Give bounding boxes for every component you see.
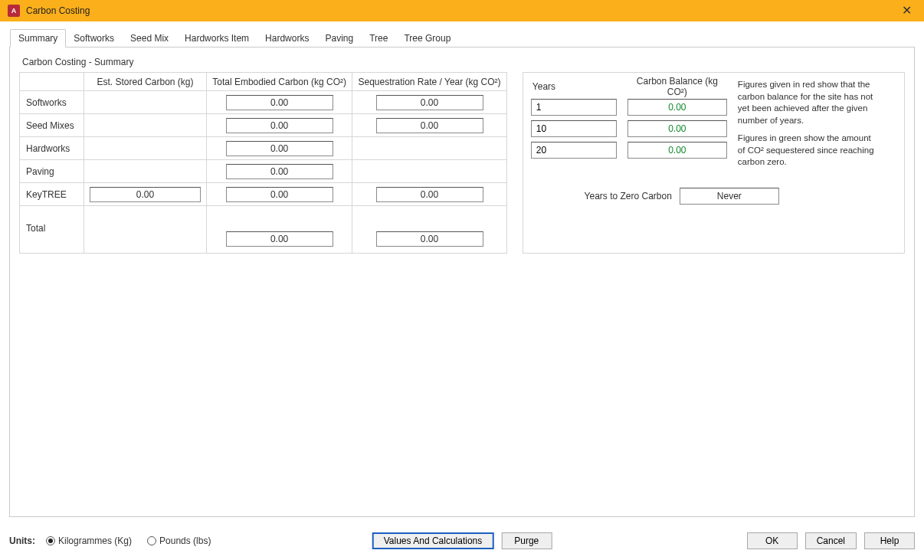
row-label-hardworks: Hardworks [20, 137, 84, 160]
years-input-3[interactable] [531, 142, 617, 159]
tabbar: Summary Softworks Seed Mix Hardworks Ite… [9, 29, 915, 47]
balance-value-3: 0.00 [627, 142, 727, 159]
keytree-embodied: 0.00 [226, 187, 333, 202]
window-title: Carbon Costing [26, 5, 90, 16]
purge-button[interactable]: Purge [501, 532, 552, 549]
tab-summary[interactable]: Summary [10, 29, 66, 47]
carbon-costing-window: A Carbon Costing ✕ Summary Softworks See… [0, 0, 924, 560]
row-label-keytree: KeyTREE [20, 183, 84, 206]
balance-column: Carbon Balance (kg CO²) 0.00 0.00 0.00 [627, 79, 727, 241]
table-row-total: Total 0.00 0.00 [20, 206, 507, 254]
years-to-zero-row: Years to Zero Carbon Never [574, 188, 779, 205]
summary-panel: Carbon Costing - Summary Est. Stored Car… [9, 47, 915, 517]
ok-button[interactable]: OK [747, 532, 798, 549]
softworks-embodied: 0.00 [226, 95, 333, 110]
years-input-1[interactable] [531, 99, 617, 116]
radio-pounds[interactable]: Pounds (lbs) [147, 535, 211, 546]
table-row: Softworks 0.00 0.00 [20, 91, 507, 114]
seedmixes-seq: 0.00 [376, 118, 483, 133]
table-row: KeyTREE 0.00 0.00 0.00 [20, 183, 507, 206]
radio-lbs-label: Pounds (lbs) [159, 535, 211, 546]
hardworks-embodied: 0.00 [226, 141, 333, 156]
balance-value-2: 0.00 [627, 120, 727, 137]
panel-title: Carbon Costing - Summary [22, 57, 905, 67]
help-button[interactable]: Help [864, 532, 915, 549]
summary-table: Est. Stored Carbon (kg) Total Embodied C… [19, 72, 507, 254]
years-to-zero-label: Years to Zero Carbon [574, 191, 672, 201]
legend-text: Figures given in red show that the carbo… [738, 79, 880, 241]
keytree-seq: 0.00 [376, 187, 483, 202]
balance-header: Carbon Balance (kg CO²) [627, 79, 727, 94]
paving-embodied: 0.00 [226, 164, 333, 179]
years-header: Years [531, 79, 617, 94]
years-column: Years [531, 79, 617, 241]
table-row: Seed Mixes 0.00 0.00 [20, 114, 507, 137]
col-seq-header: Sequestration Rate / Year (kg CO²) [352, 73, 507, 91]
keytree-stored: 0.00 [90, 187, 201, 202]
radio-dot-icon [46, 536, 55, 545]
row-label-softworks: Softworks [20, 91, 84, 114]
app-icon: A [8, 5, 20, 17]
tab-tree[interactable]: Tree [361, 29, 396, 47]
balance-panel: Years Carbon Balance (kg CO²) 0.00 0.00 … [523, 72, 905, 254]
softworks-seq: 0.00 [376, 95, 483, 110]
cancel-button[interactable]: Cancel [805, 532, 857, 549]
seedmixes-embodied: 0.00 [226, 118, 333, 133]
row-label-seedmixes: Seed Mixes [20, 114, 84, 137]
total-embodied: 0.00 [226, 231, 333, 247]
units-label: Units: [9, 535, 35, 546]
titlebar: A Carbon Costing ✕ [0, 0, 924, 21]
legend-red: Figures given in red show that the carbo… [738, 79, 880, 126]
footer: Units: Kilogrammes (Kg) Pounds (lbs) Val… [0, 525, 924, 560]
col-embodied-header: Total Embodied Carbon (kg CO²) [207, 73, 352, 91]
radio-kilogrammes[interactable]: Kilogrammes (Kg) [46, 535, 132, 546]
close-icon[interactable]: ✕ [897, 3, 916, 18]
balance-value-1: 0.00 [627, 99, 727, 116]
values-and-calculations-button[interactable]: Values And Calculations [372, 532, 494, 549]
tab-hardworks[interactable]: Hardworks [257, 29, 317, 47]
table-row: Hardworks 0.00 [20, 137, 507, 160]
content-area: Summary Softworks Seed Mix Hardworks Ite… [0, 21, 924, 525]
grid-area: Est. Stored Carbon (kg) Total Embodied C… [19, 72, 905, 254]
radio-kg-label: Kilogrammes (Kg) [58, 535, 132, 546]
tab-hardworks-item[interactable]: Hardworks Item [176, 29, 257, 47]
years-to-zero-value: Never [680, 188, 779, 205]
total-seq: 0.00 [376, 231, 483, 247]
col-stored-header: Est. Stored Carbon (kg) [84, 73, 207, 91]
tab-tree-group[interactable]: Tree Group [395, 29, 459, 47]
radio-dot-icon [147, 536, 156, 545]
legend-green: Figures in green show the amount of CO² … [738, 133, 880, 169]
tab-paving[interactable]: Paving [316, 29, 362, 47]
tab-softworks[interactable]: Softworks [65, 29, 123, 47]
row-label-total: Total [20, 206, 84, 254]
years-input-2[interactable] [531, 120, 617, 137]
tab-seed-mix[interactable]: Seed Mix [122, 29, 177, 47]
row-label-paving: Paving [20, 160, 84, 183]
table-row: Paving 0.00 [20, 160, 507, 183]
